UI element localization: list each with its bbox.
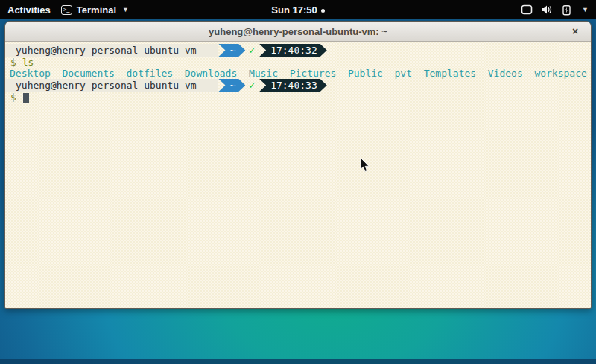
screen: Activities >_ Terminal ▼ Sun 17:50 ▼ <box>0 0 596 364</box>
terminal-cursor <box>23 93 29 103</box>
directory-name: Desktop <box>10 68 51 79</box>
battery-charging-icon <box>561 4 572 16</box>
typed-command: ls <box>22 57 34 68</box>
directory-name: dotfiles <box>127 68 174 79</box>
notification-dot <box>321 9 325 13</box>
directory-name: Templates <box>424 68 476 79</box>
mouse-cursor-icon <box>360 157 370 176</box>
ls-output-line: DesktopDocumentsdotfilesDownloadsMusicPi… <box>5 68 591 79</box>
prompt-user-host: yuheng@henry-personal-ubuntu-vm <box>5 44 200 57</box>
status-check-icon: ✓ <box>249 45 255 56</box>
directory-name: Pictures <box>290 68 337 79</box>
directory-name: Videos <box>488 68 523 79</box>
prompt-time-segment: 17:40:33 <box>259 79 327 92</box>
command-line: $ ls <box>5 57 591 68</box>
display-icon <box>521 4 533 15</box>
clock-label: Sun 17:50 <box>271 4 317 16</box>
prompt-symbol: $ <box>10 92 16 103</box>
prompt-time-segment: 17:40:32 <box>259 44 327 57</box>
current-input-line[interactable]: $ <box>5 92 591 103</box>
terminal-window: yuheng@henry-personal-ubuntu-vm: ~ × yuh… <box>4 21 592 309</box>
chevron-down-icon: ▼ <box>122 6 129 13</box>
app-menu-button[interactable]: >_ Terminal ▼ <box>61 4 129 16</box>
directory-name: Downloads <box>185 68 237 79</box>
directory-name: Music <box>249 68 278 79</box>
prompt-cwd-segment: ~ <box>218 44 245 57</box>
terminal-content[interactable]: yuheng@henry-personal-ubuntu-vm ~ ✓ 17:4… <box>5 42 591 308</box>
activities-button[interactable]: Activities <box>7 4 51 16</box>
prompt-symbol: $ <box>10 57 16 68</box>
directory-name: pvt <box>395 68 412 79</box>
system-status-area[interactable]: ▼ <box>521 4 596 16</box>
directory-name: workspace <box>534 68 586 79</box>
app-menu-label: Terminal <box>77 4 116 16</box>
prompt-line-1: yuheng@henry-personal-ubuntu-vm ~ ✓ 17:4… <box>5 44 591 57</box>
close-icon[interactable]: × <box>568 25 582 38</box>
prompt-line-2: yuheng@henry-personal-ubuntu-vm ~ ✓ 17:4… <box>5 79 591 92</box>
window-title: yuheng@henry-personal-ubuntu-vm: ~ <box>209 26 387 37</box>
prompt-gap <box>200 44 219 57</box>
terminal-icon: >_ <box>61 5 72 15</box>
window-titlebar[interactable]: yuheng@henry-personal-ubuntu-vm: ~ × <box>5 22 591 42</box>
chevron-down-icon: ▼ <box>582 6 589 13</box>
prompt-cwd-segment: ~ <box>218 79 245 92</box>
prompt-user-host: yuheng@henry-personal-ubuntu-vm <box>5 79 200 92</box>
volume-icon <box>541 4 553 15</box>
status-check-icon: ✓ <box>249 80 255 91</box>
prompt-gap <box>200 79 219 92</box>
directory-name: Public <box>348 68 383 79</box>
clock-button[interactable]: Sun 17:50 <box>271 4 324 16</box>
directory-name: Documents <box>62 68 114 79</box>
gnome-top-bar: Activities >_ Terminal ▼ Sun 17:50 ▼ <box>0 0 596 19</box>
